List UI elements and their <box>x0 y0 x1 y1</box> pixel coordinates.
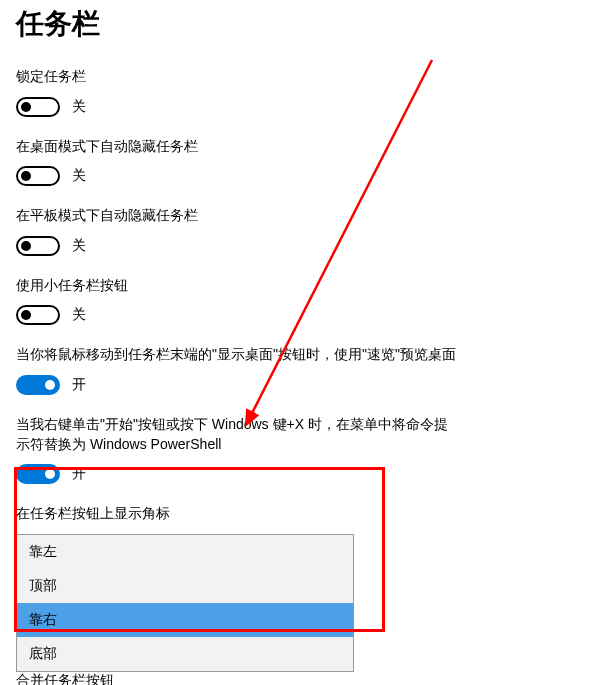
setting-label-1: 在桌面模式下自动隐藏任务栏 <box>16 137 456 157</box>
toggle-0[interactable] <box>16 97 60 117</box>
toggle-2[interactable] <box>16 236 60 256</box>
setting-label-3: 使用小任务栏按钮 <box>16 276 456 296</box>
toggle-5[interactable] <box>16 464 60 484</box>
setting-label-5: 当我右键单击"开始"按钮或按下 Windows 键+X 时，在菜单中将命令提示符… <box>16 415 456 454</box>
setting-label-4: 当你将鼠标移动到任务栏末端的"显示桌面"按钮时，使用"速览"预览桌面 <box>16 345 456 365</box>
toggle-state-0: 关 <box>72 98 86 116</box>
toggle-state-3: 关 <box>72 306 86 324</box>
toggle-3[interactable] <box>16 305 60 325</box>
setting-label-2: 在平板模式下自动隐藏任务栏 <box>16 206 456 226</box>
setting-label-0: 锁定任务栏 <box>16 67 456 87</box>
dropdown-option-0[interactable]: 靠左 <box>17 535 353 569</box>
toggle-thumb <box>21 241 31 251</box>
dropdown-option-3[interactable]: 底部 <box>17 637 353 671</box>
toggle-1[interactable] <box>16 166 60 186</box>
toggle-thumb <box>45 380 55 390</box>
toggle-state-2: 关 <box>72 237 86 255</box>
toggle-state-1: 关 <box>72 167 86 185</box>
toggle-state-5: 开 <box>72 465 86 483</box>
dropdown-option-2[interactable]: 靠右 <box>17 603 353 637</box>
toggle-state-4: 开 <box>72 376 86 394</box>
toggle-thumb <box>21 310 31 320</box>
toggle-thumb <box>21 102 31 112</box>
toggle-thumb <box>45 469 55 479</box>
taskbar-position-dropdown[interactable]: 靠左顶部靠右底部 <box>16 534 354 672</box>
dropdown-option-1[interactable]: 顶部 <box>17 569 353 603</box>
toggle-4[interactable] <box>16 375 60 395</box>
page-title: 任务栏 <box>16 5 590 43</box>
combine-taskbar-label: 合并任务栏按钮 <box>16 672 590 685</box>
badges-label: 在任务栏按钮上显示角标 <box>16 504 456 524</box>
toggle-thumb <box>21 171 31 181</box>
